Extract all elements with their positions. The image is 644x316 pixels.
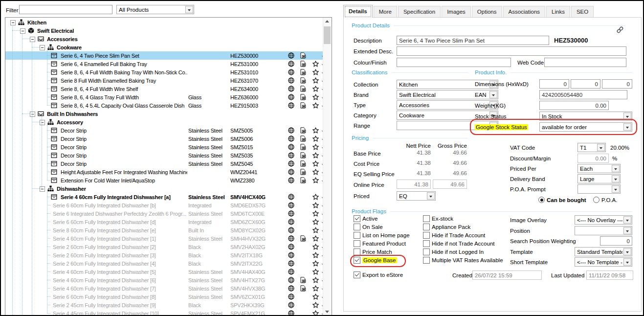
dropdown-arrow-icon[interactable] bbox=[623, 113, 631, 120]
tab-details[interactable]: Details bbox=[343, 5, 373, 18]
priced-per-select[interactable]: Each bbox=[577, 164, 621, 173]
tab-images[interactable]: Images bbox=[442, 6, 471, 17]
dropdown-arrow-icon[interactable] bbox=[427, 192, 435, 200]
checkbox-hide-if-not-trade-account[interactable] bbox=[423, 240, 430, 247]
collapse-toggle-icon[interactable] bbox=[30, 37, 35, 42]
extended-desc-input[interactable] bbox=[397, 46, 626, 56]
tree-row[interactable]: Serie 8, 6, 4 Full Width Wire ShelfHEZ63… bbox=[5, 85, 323, 93]
tab-options[interactable]: Options bbox=[472, 6, 502, 17]
checkbox-on-sale[interactable] bbox=[354, 224, 360, 230]
tree-row[interactable]: Decor StripStainless SteelSMZ5035 bbox=[5, 151, 323, 159]
checkbox-featured-product[interactable] bbox=[354, 240, 360, 247]
delivery-band-select[interactable]: Large bbox=[577, 174, 621, 183]
checkbox-ex-stock[interactable] bbox=[423, 215, 430, 222]
ean-input[interactable] bbox=[539, 90, 627, 99]
dropdown-arrow-icon[interactable] bbox=[612, 165, 620, 172]
tree-row[interactable]: Decor StripStainless SteelSMZ5005 bbox=[5, 126, 323, 135]
checkbox-active[interactable] bbox=[354, 215, 360, 222]
collapse-toggle-icon[interactable] bbox=[40, 186, 45, 192]
product-type-filter-select[interactable]: All Products bbox=[116, 5, 194, 14]
vat-code-select[interactable]: T1 bbox=[577, 143, 606, 152]
tree-row[interactable]: Serie 6, 4 Two Piece Slim Pan SetHEZ5300… bbox=[5, 51, 323, 60]
checkbox-price-match[interactable] bbox=[354, 248, 360, 255]
tree-node[interactable]: Accessory bbox=[5, 118, 323, 126]
description-input[interactable] bbox=[397, 36, 549, 45]
dropdown-arrow-icon[interactable] bbox=[489, 91, 497, 98]
google-stock-status-select[interactable]: available for order bbox=[539, 122, 632, 132]
checkbox-appliance-pack[interactable] bbox=[423, 224, 430, 230]
collapse-toggle-icon[interactable] bbox=[10, 20, 16, 25]
tree-node[interactable]: Swift Electrical bbox=[5, 26, 323, 35]
tree-node[interactable]: Accessories bbox=[5, 35, 323, 43]
tree-node[interactable]: Kitchen bbox=[5, 18, 323, 26]
scrollbar-thumb[interactable] bbox=[324, 26, 331, 44]
dropdown-arrow-icon[interactable] bbox=[612, 175, 620, 182]
dimension-w-input[interactable] bbox=[571, 79, 600, 89]
tree-row[interactable]: Serie 4 60cm Fully Integrated Dishwasher… bbox=[5, 268, 323, 276]
online-price-nett-input[interactable] bbox=[397, 180, 431, 189]
tree-node[interactable]: Dishwasher bbox=[5, 184, 323, 193]
scroll-down-icon[interactable] bbox=[323, 308, 331, 316]
template-select[interactable]: Standard Template bbox=[575, 247, 632, 256]
tab-links[interactable]: Links bbox=[546, 6, 570, 17]
dropdown-arrow-icon[interactable] bbox=[623, 248, 631, 255]
dropdown-arrow-icon[interactable] bbox=[623, 227, 631, 234]
collapse-toggle-icon[interactable] bbox=[40, 120, 45, 125]
dimension-d-input[interactable] bbox=[602, 79, 632, 89]
tree-row[interactable]: Serie 2 60cm Fully Integrated Dishwasher… bbox=[5, 243, 323, 251]
tab-associations[interactable]: Associations bbox=[503, 6, 546, 17]
can-be-bought-radio[interactable] bbox=[538, 197, 545, 203]
dropdown-arrow-icon[interactable] bbox=[623, 123, 631, 131]
checkbox-hide-if-trade-account[interactable] bbox=[423, 232, 430, 239]
dropdown-arrow-icon[interactable] bbox=[623, 216, 631, 224]
tab-specification[interactable]: Specification bbox=[398, 6, 441, 17]
dropdown-arrow-icon[interactable] bbox=[612, 185, 620, 193]
collapse-toggle-icon[interactable] bbox=[20, 28, 25, 34]
poa-prompt-select[interactable] bbox=[577, 184, 621, 194]
link-icon[interactable] bbox=[616, 25, 624, 34]
tab-more[interactable]: More bbox=[374, 6, 397, 17]
priced-select[interactable]: EQ bbox=[397, 191, 436, 201]
poa-radio[interactable] bbox=[593, 197, 600, 203]
colour-finish-input[interactable] bbox=[397, 58, 511, 67]
search-position-weighting-input[interactable] bbox=[600, 236, 632, 246]
tree-row[interactable]: Serie 4 60cm Fully Integrated Dishwasher… bbox=[5, 234, 323, 243]
tree-row[interactable]: Serie 6 Integrated Dishwasher Perfectdry… bbox=[5, 209, 323, 218]
tab-seo[interactable]: SEO bbox=[571, 6, 594, 17]
tree-row[interactable]: Serie 8 60cm Fully Integrated Dishwasher… bbox=[5, 226, 323, 234]
dropdown-arrow-icon[interactable] bbox=[185, 6, 193, 13]
tree-row[interactable]: Decor StripStainless SteelSMZ5045 bbox=[5, 159, 323, 168]
tree-row[interactable]: Serie 8, 6, 4 Glass Tray Full WidthGlass… bbox=[5, 93, 323, 101]
tree-row[interactable]: Serie 2 45cm Fully Integrated Dishwasher… bbox=[5, 301, 323, 309]
stock-status-select[interactable]: In Stock bbox=[539, 112, 632, 121]
tree-row[interactable]: Serie 6 60cm Fully Integrated Dishwasher… bbox=[5, 293, 323, 301]
tree-row[interactable]: Decor StripStainless SteelSMZ5015 bbox=[5, 143, 323, 151]
short-template-select[interactable]: <--- No Template ---> bbox=[575, 257, 632, 267]
tree-row[interactable]: Serie 6 60cm Fully Integrated Dishwasher… bbox=[5, 218, 323, 226]
tree-row[interactable]: Serie 4 60cm Fully Integrated Dishwasher… bbox=[5, 276, 323, 284]
checkbox-list-on-home-page[interactable] bbox=[354, 232, 360, 239]
collapse-toggle-icon[interactable] bbox=[30, 112, 35, 117]
scroll-up-icon[interactable] bbox=[323, 18, 331, 25]
online-price-gross-input[interactable] bbox=[433, 180, 467, 189]
tree-row[interactable]: Serie 4 60cm Fully Integrated Dishwasher… bbox=[5, 284, 323, 293]
tree-row[interactable]: Serie 4 60cm Fully Integrated Dishwasher… bbox=[5, 193, 323, 201]
filter-input[interactable] bbox=[19, 5, 112, 14]
tree-row[interactable]: Serie 2 60cm Fully Integrated Dishwasher… bbox=[5, 251, 323, 259]
tree-row[interactable]: Serie 2 60cm Fully Integrated Dishwasher… bbox=[5, 259, 323, 268]
tree-node[interactable]: Cookware bbox=[5, 43, 323, 51]
checkbox-hide-if-not-logged-in[interactable] bbox=[423, 248, 430, 255]
tree-row[interactable]: Decor StripStainless SteelSMZ5006 bbox=[5, 135, 323, 143]
export-to-estore-checkbox[interactable] bbox=[354, 271, 360, 278]
web-code-input[interactable] bbox=[544, 58, 626, 67]
tree-node[interactable]: Built In Dishwashers bbox=[5, 110, 323, 118]
checkbox-google-base[interactable] bbox=[354, 257, 360, 264]
dimension-h-input[interactable] bbox=[539, 79, 569, 89]
tree-row[interactable]: Serie 4 45cm Fully Integrated Dishwasher… bbox=[5, 309, 323, 316]
tree-row[interactable]: Serie 8, 6, 4 Full Width Baking Tray Wit… bbox=[5, 68, 323, 76]
tree-row[interactable]: Serie 8 Full Width Enamelled Baking Tray… bbox=[5, 76, 323, 85]
weight-input[interactable] bbox=[539, 101, 609, 110]
position-select[interactable] bbox=[575, 226, 632, 235]
dropdown-arrow-icon[interactable] bbox=[623, 258, 631, 266]
dropdown-arrow-icon[interactable] bbox=[597, 144, 605, 151]
